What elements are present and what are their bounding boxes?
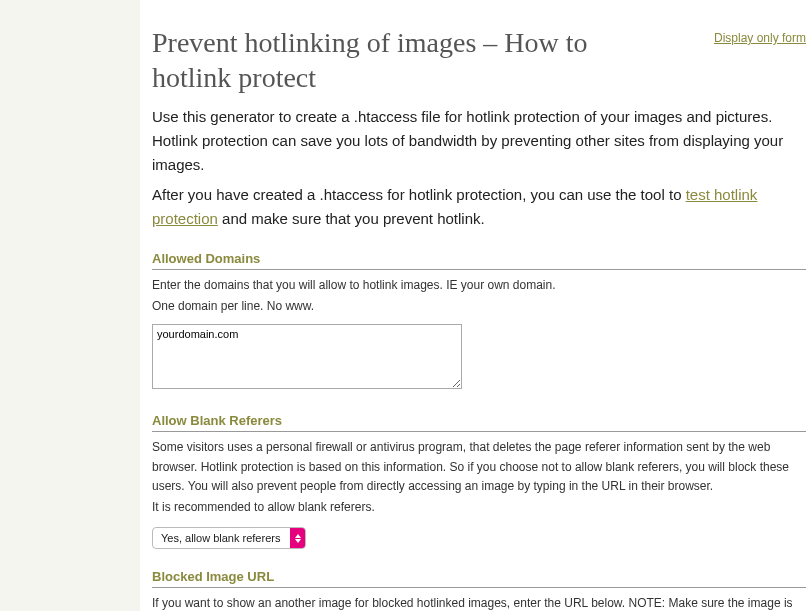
display-only-form-link[interactable]: Display only form — [714, 31, 806, 45]
blank-referers-help-2: It is recommended to allow blank referer… — [152, 498, 806, 517]
intro-paragraph-2: After you have created a .htaccess for h… — [152, 183, 806, 231]
blank-referers-select[interactable]: Yes, allow blank referers — [152, 527, 306, 549]
intro-p2-after: and make sure that you prevent hotlink. — [218, 210, 485, 227]
page-title: Prevent hotlinking of images – How to ho… — [152, 25, 642, 95]
intro-p2-before: After you have created a .htaccess for h… — [152, 186, 686, 203]
blank-referers-help-1: Some visitors uses a personal firewall o… — [152, 438, 806, 496]
allowed-domains-title: Allowed Domains — [152, 251, 806, 270]
header-row: Prevent hotlinking of images – How to ho… — [152, 25, 806, 95]
allowed-domains-section: Allowed Domains Enter the domains that y… — [152, 251, 806, 393]
allowed-domains-help-1: Enter the domains that you will allow to… — [152, 276, 806, 295]
blank-referers-section: Allow Blank Referers Some visitors uses … — [152, 413, 806, 549]
allowed-domains-help-2: One domain per line. No www. — [152, 297, 806, 316]
allowed-domains-textarea[interactable] — [152, 324, 462, 389]
select-arrow-icon — [290, 528, 305, 548]
blocked-url-help-1: If you want to show an another image for… — [152, 594, 806, 611]
page-container: Prevent hotlinking of images – How to ho… — [140, 0, 806, 611]
blocked-url-title: Blocked Image URL — [152, 569, 806, 588]
intro-paragraph-1: Use this generator to create a .htaccess… — [152, 105, 806, 177]
blocked-url-section: Blocked Image URL If you want to show an… — [152, 569, 806, 611]
blank-referers-selected-value: Yes, allow blank referers — [153, 528, 290, 548]
blank-referers-title: Allow Blank Referers — [152, 413, 806, 432]
